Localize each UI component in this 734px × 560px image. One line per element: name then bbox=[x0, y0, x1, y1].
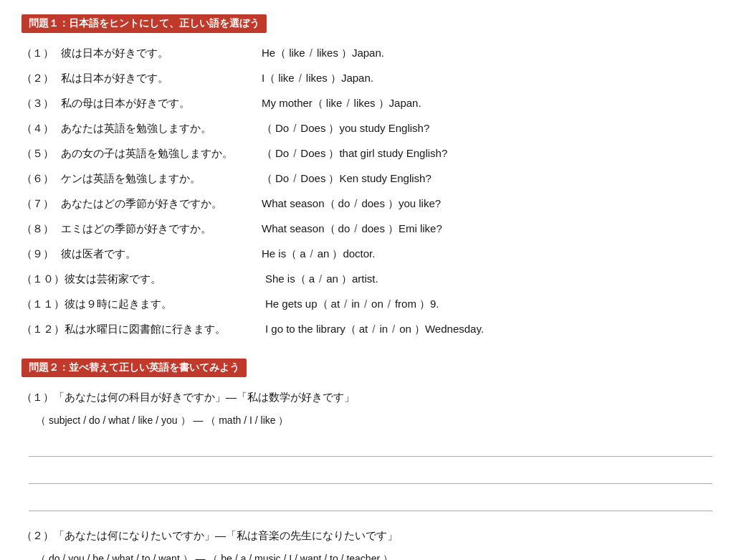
choices: like/likes bbox=[289, 43, 338, 62]
row-number: （３） bbox=[22, 93, 61, 113]
choice-word: Does bbox=[300, 169, 325, 188]
choices: like/likes bbox=[326, 93, 376, 113]
choice-word: at bbox=[359, 319, 368, 338]
row-number: （５） bbox=[22, 143, 61, 163]
choice-word: Does bbox=[300, 118, 325, 138]
japanese-text: あなたはどの季節が好きですか。 bbox=[61, 194, 262, 213]
section2-words: （ subject / do / what / like / you ） ― （… bbox=[36, 411, 712, 430]
choice-word: a bbox=[300, 244, 305, 263]
english-before: （ bbox=[262, 169, 272, 188]
choice-word: likes bbox=[317, 43, 338, 62]
choices: do/does bbox=[338, 194, 385, 213]
english-after: ）artist. bbox=[341, 269, 378, 288]
choice-word: likes bbox=[306, 68, 328, 87]
english-after: ）9. bbox=[419, 294, 439, 313]
slash: / bbox=[354, 219, 357, 238]
english-before: He gets up（ bbox=[265, 294, 328, 313]
choice-word: does bbox=[361, 219, 385, 238]
english-text: What season（ do/does ）Emi like? bbox=[262, 219, 442, 238]
japanese-text: 私は日本が好きです。 bbox=[61, 68, 262, 87]
english-after: ）you like? bbox=[388, 194, 441, 213]
choice-word: likes bbox=[354, 93, 376, 113]
choices: at/in/on bbox=[359, 319, 411, 338]
english-after: ）Ken study English? bbox=[328, 169, 431, 188]
choice-word: Do bbox=[275, 143, 289, 163]
slash: / bbox=[299, 68, 302, 87]
problem-row: （９）彼は医者です。He is（ a/an ）doctor. bbox=[22, 244, 712, 263]
row-number: （９） bbox=[22, 244, 61, 263]
slash: / bbox=[293, 143, 296, 163]
japanese-text: 私は水曜日に図書館に行きます。 bbox=[65, 319, 265, 338]
problem-row: （３）私の母は日本が好きです。My mother（ like/likes ）Ja… bbox=[22, 93, 712, 113]
english-text: （ Do/Does ）you study English? bbox=[262, 118, 429, 138]
row-number: （１） bbox=[22, 43, 61, 62]
japanese-text: あなたは英語を勉強しますか。 bbox=[61, 118, 262, 138]
choice-word: like bbox=[289, 43, 305, 62]
japanese-text: 私の母は日本が好きです。 bbox=[61, 93, 262, 113]
section1: 問題１：日本語をヒントにして、正しい語を選ぼう （１）彼は日本が好きです。He（… bbox=[22, 14, 712, 338]
slash: / bbox=[346, 93, 349, 113]
english-before: She is（ bbox=[265, 269, 306, 288]
slash: / bbox=[319, 269, 322, 288]
choice-word: does bbox=[361, 194, 385, 213]
choice-word: like bbox=[326, 93, 343, 113]
english-after: ）Japan. bbox=[378, 93, 421, 113]
english-text: I go to the library（ at/in/on ）Wednesday… bbox=[265, 319, 484, 338]
english-after: ）Japan. bbox=[341, 43, 384, 62]
section2-header: 問題２：並べ替えて正しい英語を書いてみよう bbox=[22, 359, 247, 377]
english-text: I（ like/likes ）Japan. bbox=[262, 68, 373, 87]
choice-word: like bbox=[278, 68, 295, 87]
english-text: He（ like/likes ）Japan. bbox=[262, 43, 384, 62]
english-text: （ Do/Does ）that girl study English? bbox=[262, 143, 447, 163]
slash: / bbox=[293, 118, 296, 138]
problem-row: （７）あなたはどの季節が好きですか。What season（ do/does ）… bbox=[22, 194, 712, 213]
answer-line bbox=[29, 462, 712, 484]
choice-word: at bbox=[331, 294, 340, 313]
section2-words: （ do / you / be / what / to / want ） ― （… bbox=[36, 549, 712, 560]
japanese-text: エミはどの季節が好きですか。 bbox=[61, 219, 262, 238]
english-text: She is（ a/an ）artist. bbox=[265, 269, 378, 288]
slash: / bbox=[310, 244, 313, 263]
english-before: What season（ bbox=[262, 194, 335, 213]
english-after: ）Japan. bbox=[330, 68, 373, 87]
slash: / bbox=[372, 319, 375, 338]
answer-line bbox=[29, 490, 712, 511]
row-number: （１１） bbox=[22, 294, 65, 313]
choices: at/in/on/from bbox=[331, 294, 416, 313]
english-text: What season（ do/does ）you like? bbox=[262, 194, 441, 213]
section2: 問題２：並べ替えて正しい英語を書いてみよう （１）「あなたは何の科目が好きですか… bbox=[22, 359, 712, 560]
problem-row: （１２）私は水曜日に図書館に行きます。I go to the library（ … bbox=[22, 319, 712, 338]
slash: / bbox=[388, 294, 391, 313]
row-number: （４） bbox=[22, 118, 61, 138]
choice-word: in bbox=[351, 294, 360, 313]
choice-word: an bbox=[318, 244, 330, 263]
section2-problem-row: （２）「あなたは何になりたいですか」―「私は音楽の先生になりたいです」（ do … bbox=[22, 526, 712, 560]
english-before: He is（ bbox=[262, 244, 297, 263]
english-after: ）that girl study English? bbox=[328, 143, 447, 163]
section2-japanese: （１）「あなたは何の科目が好きですか」―「私は数学が好きです」 bbox=[22, 387, 712, 408]
slash: / bbox=[364, 294, 367, 313]
problem-row: （５）あの女の子は英語を勉強しますか。（ Do/Does ）that girl … bbox=[22, 143, 712, 163]
english-after: ）you study English? bbox=[328, 118, 429, 138]
problem-row: （１１）彼は９時に起きます。He gets up（ at/in/on/from … bbox=[22, 294, 712, 313]
problem-row: （６）ケンは英語を勉強しますか。（ Do/Does ）Ken study Eng… bbox=[22, 169, 712, 188]
choice-word: on bbox=[399, 319, 411, 338]
english-before: I（ bbox=[262, 68, 275, 87]
row-number: （１０） bbox=[22, 269, 65, 288]
choice-word: in bbox=[379, 319, 388, 338]
slash: / bbox=[392, 319, 395, 338]
choice-word: Do bbox=[275, 169, 289, 188]
japanese-text: 彼は医者です。 bbox=[61, 244, 262, 263]
choices: Do/Does bbox=[275, 169, 325, 188]
row-number: （７） bbox=[22, 194, 61, 213]
choice-word: do bbox=[338, 219, 351, 238]
english-text: （ Do/Does ）Ken study English? bbox=[262, 169, 432, 188]
choices: do/does bbox=[338, 219, 385, 238]
japanese-text: 彼は９時に起きます。 bbox=[65, 294, 265, 313]
problem-row: （１）彼は日本が好きです。He（ like/likes ）Japan. bbox=[22, 43, 712, 62]
problem-row: （４）あなたは英語を勉強しますか。（ Do/Does ）you study En… bbox=[22, 118, 712, 138]
section2-japanese: （２）「あなたは何になりたいですか」―「私は音楽の先生になりたいです」 bbox=[22, 526, 712, 546]
problem-row: （１０）彼女は芸術家です。She is（ a/an ）artist. bbox=[22, 269, 712, 288]
choices: like/likes bbox=[278, 68, 328, 87]
choices: a/an bbox=[309, 269, 338, 288]
